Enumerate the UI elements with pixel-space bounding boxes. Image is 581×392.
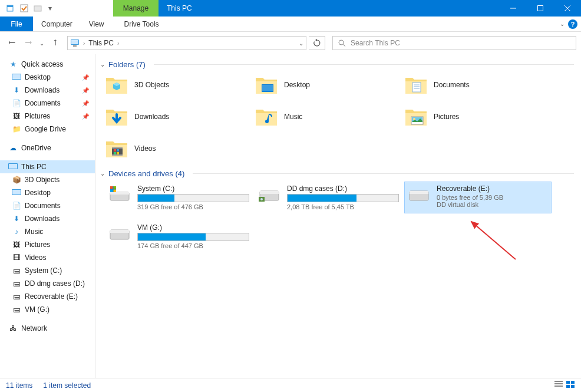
close-button[interactable]	[554, 0, 581, 17]
folder-music[interactable]: Music	[255, 104, 402, 129]
drive-dmg-d[interactable]: DD dmg cases (D:) 2,08 TB free of 5,45 T…	[255, 182, 402, 213]
qat-dropdown-icon[interactable]: ▾	[46, 2, 54, 15]
ribbon-file-tab[interactable]: File	[0, 17, 33, 31]
pictures-icon: 🖼	[12, 111, 21, 121]
sidebar-label: Documents	[25, 99, 61, 107]
svg-rect-34	[117, 149, 119, 151]
svg-rect-2	[21, 5, 28, 12]
svg-point-47	[260, 198, 263, 200]
pictures-icon: 🖼	[12, 240, 21, 249]
search-box[interactable]: Search This PC	[332, 36, 576, 50]
drive-recoverable-e[interactable]: Recoverable (E:) 0 bytes free of 5,39 GB…	[404, 182, 552, 213]
ribbon-collapse-icon[interactable]: ⌄	[560, 21, 565, 27]
details-view-button[interactable]	[554, 380, 563, 390]
drive-system-c[interactable]: System (C:) 319 GB free of 476 GB	[105, 182, 252, 213]
divider	[193, 173, 574, 174]
3d-icon: 📦	[12, 175, 21, 185]
sidebar-item-dmg-d[interactable]: 🖴DD dmg cases (D:)	[0, 277, 95, 290]
ribbon-computer-tab[interactable]: Computer	[33, 17, 81, 31]
sidebar-item-pictures[interactable]: 🖼Pictures	[0, 238, 95, 251]
svg-rect-16	[9, 164, 17, 169]
ribbon-drivetools-tab[interactable]: Drive Tools	[115, 17, 167, 31]
quick-access-toolbar: ▾	[0, 0, 54, 17]
pin-icon: 📌	[82, 74, 93, 81]
sidebar-item-googledrive[interactable]: 📁Google Drive	[0, 123, 95, 136]
sidebar-quick-access[interactable]: ★ Quick access	[0, 58, 95, 71]
navigation-bar: 🠔 🠖 ⌄ 🠕 › This PC › ⌄ Search This PC	[0, 32, 581, 54]
sidebar-item-pictures[interactable]: 🖼Pictures📌	[0, 110, 95, 123]
sidebar-label: OneDrive	[21, 144, 51, 152]
sidebar-item-downloads[interactable]: ⬇Downloads📌	[0, 84, 95, 97]
sidebar-item-recoverable-e[interactable]: 🖴Recoverable (E:)	[0, 290, 95, 303]
sidebar-item-desktop[interactable]: Desktop	[0, 186, 95, 199]
music-icon: ♪	[12, 227, 21, 236]
chevron-right-icon: ›	[83, 40, 85, 47]
sidebar-label: Desktop	[25, 73, 51, 81]
folder-icon: 📁	[12, 124, 21, 134]
downloads-folder-icon	[105, 106, 128, 127]
status-item-count: 11 items	[6, 381, 32, 390]
sidebar-item-documents[interactable]: 📄Documents📌	[0, 97, 95, 110]
sidebar-item-downloads[interactable]: ⬇Downloads	[0, 212, 95, 225]
drive-free-text: 174 GB free of 447 GB	[137, 242, 249, 249]
help-icon[interactable]: ?	[568, 19, 577, 29]
window-controls	[500, 0, 581, 17]
folder-desktop[interactable]: Desktop	[255, 73, 402, 97]
os-drive-icon	[108, 185, 131, 203]
folder-pictures[interactable]: Pictures	[404, 104, 552, 129]
sidebar-item-documents[interactable]: 📄Documents	[0, 199, 95, 212]
refresh-button[interactable]	[309, 36, 325, 50]
group-header-folders[interactable]: ⌄ Folders (7)	[100, 60, 574, 69]
sidebar-item-videos[interactable]: 🎞Videos	[0, 251, 95, 264]
sidebar-label: VM (G:)	[25, 305, 49, 314]
svg-rect-56	[571, 381, 575, 384]
drive-name: VM (G:)	[137, 223, 249, 232]
drive-icon: 🖴	[12, 279, 21, 288]
contextual-tab-manage[interactable]: Manage	[113, 0, 159, 17]
sidebar-item-system-c[interactable]: 🖴System (C:)	[0, 264, 95, 277]
videos-folder-icon	[105, 138, 128, 159]
sidebar-this-pc[interactable]: This PC	[0, 160, 95, 173]
folder-3d-objects[interactable]: 3D Objects	[105, 73, 252, 97]
hdd-drive-icon	[407, 185, 431, 203]
address-dropdown-icon[interactable]: ⌄	[299, 40, 303, 47]
sidebar-item-3dobjects[interactable]: 📦3D Objects	[0, 173, 95, 186]
group-title: Devices and drives (4)	[108, 169, 184, 178]
tiles-view-button[interactable]	[566, 380, 575, 390]
folder-documents[interactable]: Documents	[404, 73, 552, 97]
sidebar-item-desktop[interactable]: Desktop📌	[0, 71, 95, 84]
maximize-button[interactable]	[527, 0, 554, 17]
svg-rect-45	[260, 191, 279, 194]
pictures-folder-icon	[404, 106, 428, 127]
sidebar-label: Music	[25, 228, 43, 236]
drive-vm-g[interactable]: VM (G:) 174 GB free of 447 GB	[105, 220, 252, 252]
svg-rect-32	[112, 154, 123, 156]
sidebar-item-vm-g[interactable]: 🖴VM (G:)	[0, 303, 95, 316]
ribbon-view-tab[interactable]: View	[81, 17, 113, 31]
cloud-icon: ☁	[8, 143, 18, 153]
folder-label: Desktop	[284, 81, 310, 89]
sidebar-item-music[interactable]: ♪Music	[0, 225, 95, 238]
chevron-right-icon[interactable]: ›	[117, 40, 119, 47]
minimize-button[interactable]	[500, 0, 527, 17]
qat-checkbox-icon[interactable]	[18, 2, 31, 15]
nav-up-button[interactable]: 🠕	[48, 36, 62, 50]
folder-downloads[interactable]: Downloads	[105, 104, 252, 129]
sidebar-network[interactable]: 🖧Network	[0, 322, 95, 335]
address-bar[interactable]: › This PC › ⌄	[67, 36, 306, 50]
folder-videos[interactable]: Videos	[105, 136, 252, 161]
nav-forward-button[interactable]: 🠖	[21, 36, 35, 50]
svg-rect-40	[110, 186, 113, 189]
nav-recent-dropdown[interactable]: ⌄	[38, 36, 46, 50]
nav-back-button[interactable]: 🠔	[5, 36, 19, 50]
documents-icon: 📄	[12, 201, 21, 210]
group-header-drives[interactable]: ⌄ Devices and drives (4)	[100, 169, 574, 178]
address-segment[interactable]: This PC	[88, 39, 114, 47]
sidebar-label: Google Drive	[25, 125, 66, 133]
content-pane: ⌄ Folders (7) 3D Objects Desktop Documen…	[95, 54, 581, 378]
drive-free-text: 2,08 TB free of 5,45 TB	[287, 203, 399, 210]
svg-rect-23	[412, 83, 421, 92]
qat-properties-icon[interactable]	[4, 2, 16, 15]
qat-newfolder-icon[interactable]	[32, 2, 45, 15]
sidebar-onedrive[interactable]: ☁OneDrive	[0, 141, 95, 154]
